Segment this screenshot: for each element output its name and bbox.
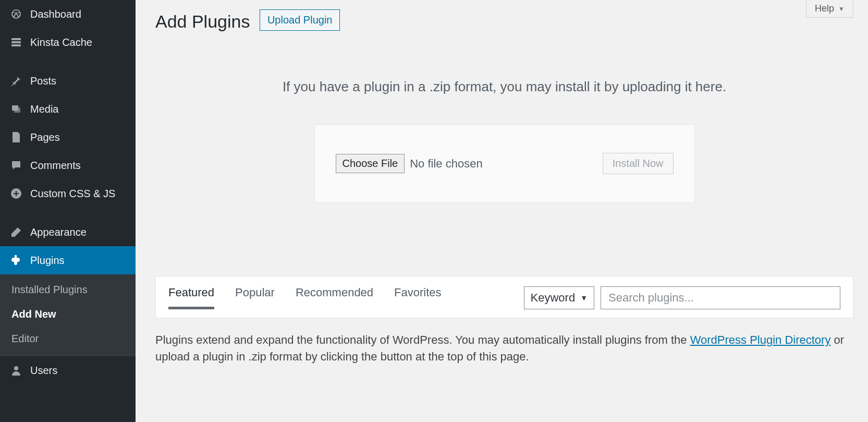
sidebar-item-label: Users <box>30 365 126 377</box>
sidebar-item-label: Dashboard <box>30 8 126 20</box>
sidebar-item-label: Kinsta Cache <box>30 37 126 49</box>
sidebar-item-label: Pages <box>30 131 126 143</box>
sidebar-item-label: Media <box>30 103 126 115</box>
sidebar-plugins-submenu: Installed Plugins Add New Editor <box>0 274 136 356</box>
sidebar-item-label: Comments <box>30 160 126 172</box>
pin-icon <box>9 74 23 88</box>
sidebar-item-kinsta-cache[interactable]: Kinsta Cache <box>0 28 136 56</box>
sidebar-item-dashboard[interactable]: Dashboard <box>0 0 136 28</box>
svg-rect-0 <box>11 38 21 40</box>
browse-tabs: Featured Popular Recommended Favorites <box>168 286 442 309</box>
upload-form: Choose File No file chosen Install Now <box>314 124 695 203</box>
search-controls: Keyword ▼ <box>524 286 840 309</box>
main-content: Help ▼ Add Plugins Upload Plugin If you … <box>136 0 868 422</box>
admin-sidebar: Dashboard Kinsta Cache Posts Media Pages… <box>0 0 136 422</box>
tab-popular[interactable]: Popular <box>235 286 275 309</box>
file-picker: Choose File No file chosen <box>336 154 483 173</box>
plus-circle-icon <box>9 187 23 200</box>
choose-file-button[interactable]: Choose File <box>336 154 405 173</box>
sidebar-item-plugins[interactable]: Plugins <box>0 246 136 274</box>
user-icon <box>9 364 23 377</box>
svg-point-4 <box>14 366 18 370</box>
sidebar-sub-editor[interactable]: Editor <box>0 327 136 351</box>
sidebar-item-label: Posts <box>30 75 126 87</box>
upload-hint-text: If you have a plugin in a .zip format, y… <box>155 79 853 95</box>
page-icon <box>9 130 23 144</box>
sidebar-sub-installed-plugins[interactable]: Installed Plugins <box>0 278 136 302</box>
desc-pre: Plugins extend and expand the functional… <box>155 333 690 346</box>
sidebar-item-users[interactable]: Users <box>0 356 136 384</box>
chevron-down-icon: ▼ <box>580 294 588 302</box>
sidebar-item-label: Appearance <box>30 226 126 238</box>
tab-favorites[interactable]: Favorites <box>394 286 441 309</box>
tab-recommended[interactable]: Recommended <box>296 286 373 309</box>
sidebar-item-appearance[interactable]: Appearance <box>0 218 136 246</box>
sidebar-item-custom-css-js[interactable]: Custom CSS & JS <box>0 179 136 208</box>
search-type-value: Keyword <box>531 291 576 305</box>
svg-rect-1 <box>11 41 21 43</box>
media-icon <box>9 102 23 116</box>
upload-panel: If you have a plugin in a .zip format, y… <box>155 79 853 203</box>
sidebar-item-label: Custom CSS & JS <box>30 188 126 200</box>
sidebar-sub-add-new[interactable]: Add New <box>0 302 136 327</box>
comment-icon <box>9 159 23 172</box>
help-tab-label: Help <box>815 3 834 14</box>
file-chosen-status: No file chosen <box>410 157 482 171</box>
sidebar-item-label: Plugins <box>30 255 126 267</box>
sidebar-item-comments[interactable]: Comments <box>0 151 136 179</box>
dashboard-icon <box>9 7 23 21</box>
install-now-button[interactable]: Install Now <box>603 153 674 174</box>
search-type-select[interactable]: Keyword ▼ <box>524 286 594 309</box>
sidebar-item-pages[interactable]: Pages <box>0 123 136 151</box>
plugins-description: Plugins extend and expand the functional… <box>155 332 853 365</box>
sidebar-item-media[interactable]: Media <box>0 95 136 123</box>
chevron-down-icon: ▼ <box>838 5 845 13</box>
search-input[interactable] <box>601 286 840 309</box>
plugin-icon <box>9 254 23 267</box>
tab-featured[interactable]: Featured <box>168 286 214 309</box>
plugin-directory-link[interactable]: WordPress Plugin Directory <box>690 333 831 346</box>
brush-icon <box>9 225 23 239</box>
browse-panel: Featured Popular Recommended Favorites K… <box>155 276 853 318</box>
help-tab[interactable]: Help ▼ <box>806 0 853 18</box>
database-icon <box>9 35 23 49</box>
svg-rect-2 <box>11 44 21 46</box>
page-title: Add Plugins <box>155 11 250 32</box>
upload-plugin-button[interactable]: Upload Plugin <box>260 9 340 31</box>
sidebar-item-posts[interactable]: Posts <box>0 67 136 95</box>
